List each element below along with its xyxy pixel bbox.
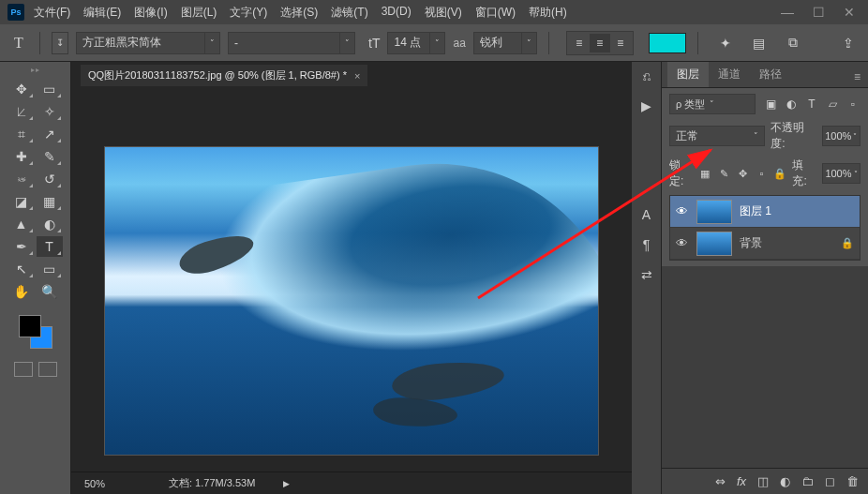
canvas-viewport[interactable] bbox=[71, 86, 632, 472]
toolbox-handle[interactable]: ▸▸ bbox=[20, 66, 52, 75]
menu-image[interactable]: 图像(I) bbox=[134, 5, 167, 21]
magic-wand-tool[interactable]: ✧ bbox=[37, 101, 63, 122]
eyedropper-tool[interactable]: ↗ bbox=[37, 124, 63, 144]
filter-smart-icon[interactable]: ▫ bbox=[846, 97, 861, 112]
filter-shape-icon[interactable]: ▱ bbox=[825, 97, 840, 112]
layer-group-button[interactable]: 🗀 bbox=[801, 474, 814, 488]
zoom-level[interactable]: 50% bbox=[84, 478, 141, 489]
menu-edit[interactable]: 编辑(E) bbox=[83, 5, 121, 21]
tab-layers[interactable]: 图层 bbox=[667, 62, 709, 87]
status-chevron-icon[interactable]: ▶ bbox=[283, 479, 290, 488]
layer-fx-button[interactable]: fx bbox=[737, 474, 746, 488]
lasso-tool[interactable]: ⟀ bbox=[8, 101, 35, 122]
layer-row[interactable]: 👁 图层 1 bbox=[670, 196, 860, 228]
align-left-button[interactable]: ≡ bbox=[569, 34, 590, 52]
adjustments-panel-icon[interactable]: ⇄ bbox=[637, 266, 656, 283]
panel-menu-button[interactable]: ≡ bbox=[846, 67, 868, 87]
dodge-tool[interactable]: ◐ bbox=[37, 214, 63, 234]
foreground-color-swatch[interactable] bbox=[19, 315, 41, 337]
tab-channels[interactable]: 通道 bbox=[709, 62, 750, 87]
delete-layer-button[interactable]: 🗑 bbox=[846, 474, 859, 488]
filter-adjust-icon[interactable]: ◐ bbox=[784, 97, 799, 112]
visibility-icon[interactable]: 👁 bbox=[676, 236, 689, 250]
canvas-image[interactable] bbox=[104, 146, 599, 456]
new-layer-button[interactable]: ◻ bbox=[825, 474, 835, 488]
font-family-dropdown[interactable]: ˅ bbox=[205, 32, 220, 54]
align-right-button[interactable]: ≡ bbox=[610, 34, 631, 52]
menu-file[interactable]: 文件(F) bbox=[34, 5, 70, 21]
link-layers-button[interactable]: ⇔ bbox=[715, 474, 726, 488]
layer-kind-filter[interactable]: ρ 类型˅ bbox=[669, 94, 756, 114]
visibility-icon[interactable]: 👁 bbox=[676, 204, 689, 218]
font-size-dropdown[interactable]: ˅ bbox=[430, 32, 445, 54]
pen-tool[interactable]: ✒ bbox=[8, 236, 35, 257]
font-family-select[interactable]: 方正粗黑宋简体 bbox=[76, 32, 205, 54]
brush-tool[interactable]: ✎ bbox=[37, 146, 63, 167]
filter-type-icon[interactable]: T bbox=[804, 97, 819, 112]
crop-tool[interactable]: ⌗ bbox=[8, 124, 35, 144]
close-button[interactable]: ✕ bbox=[844, 5, 855, 20]
blur-tool[interactable]: ▲ bbox=[8, 214, 35, 234]
minimize-button[interactable]: — bbox=[781, 5, 794, 20]
lock-position-icon[interactable]: ✥ bbox=[736, 167, 749, 180]
menu-layer[interactable]: 图层(L) bbox=[181, 5, 217, 21]
zoom-tool[interactable]: 🔍 bbox=[37, 281, 63, 302]
color-picker[interactable] bbox=[19, 315, 52, 349]
spot-heal-tool[interactable]: ✚ bbox=[8, 146, 35, 167]
menu-help[interactable]: 帮助(H) bbox=[529, 5, 567, 21]
type-tool[interactable]: T bbox=[37, 236, 63, 257]
tab-paths[interactable]: 路径 bbox=[750, 62, 791, 87]
rectangle-tool[interactable]: ▭ bbox=[37, 259, 63, 279]
layer-mask-button[interactable]: ◫ bbox=[757, 474, 769, 488]
text-color-swatch[interactable] bbox=[649, 33, 686, 53]
screen-mode-button[interactable] bbox=[38, 362, 57, 377]
history-panel-icon[interactable]: ⎌ bbox=[637, 67, 656, 84]
marquee-tool[interactable]: ▭ bbox=[37, 79, 63, 99]
warp-text-button[interactable]: ✦ bbox=[715, 33, 736, 53]
maximize-button[interactable]: ☐ bbox=[813, 5, 825, 20]
lock-artboard-icon[interactable]: ▫ bbox=[755, 167, 768, 180]
font-orientation-button[interactable]: ↧ bbox=[52, 32, 68, 54]
path-select-tool[interactable]: ↖ bbox=[8, 259, 35, 279]
gradient-tool[interactable]: ▦ bbox=[37, 191, 63, 212]
eraser-tool[interactable]: ◪ bbox=[8, 191, 35, 212]
font-style-select[interactable]: - bbox=[228, 32, 340, 54]
antialias-dropdown[interactable]: ˅ bbox=[522, 32, 537, 54]
blend-mode-select[interactable]: 正常˅ bbox=[669, 126, 765, 146]
move-tool[interactable]: ✥ bbox=[8, 79, 35, 99]
antialias-select[interactable]: 锐利 bbox=[473, 32, 522, 54]
filter-image-icon[interactable]: ▣ bbox=[763, 97, 778, 112]
character-panel-icon[interactable]: A bbox=[637, 206, 656, 223]
lock-pixels-icon[interactable]: ✎ bbox=[717, 167, 730, 180]
lock-transparency-icon[interactable]: ▦ bbox=[698, 167, 711, 180]
3d-text-button[interactable]: ⧉ bbox=[783, 33, 803, 53]
document-info[interactable]: 文档: 1.77M/3.53M bbox=[169, 476, 255, 490]
layer-thumbnail[interactable] bbox=[696, 200, 732, 224]
font-size-input[interactable]: 14 点 bbox=[387, 32, 430, 54]
close-icon[interactable]: × bbox=[354, 70, 360, 82]
menu-view[interactable]: 视图(V) bbox=[425, 5, 462, 21]
menu-filter[interactable]: 滤镜(T) bbox=[331, 5, 367, 21]
fill-input[interactable]: 100%˅ bbox=[822, 163, 861, 184]
current-tool-indicator[interactable]: T bbox=[9, 34, 28, 52]
clone-tool[interactable]: ⎃ bbox=[8, 169, 35, 189]
actions-panel-icon[interactable]: ▶ bbox=[637, 97, 656, 114]
menu-3d[interactable]: 3D(D) bbox=[382, 5, 412, 21]
history-brush-tool[interactable]: ↺ bbox=[37, 169, 63, 189]
lock-all-icon[interactable]: 🔒 bbox=[773, 167, 786, 180]
layer-row[interactable]: 👁 背景 🔒 bbox=[670, 228, 860, 260]
menu-window[interactable]: 窗口(W) bbox=[475, 5, 516, 21]
align-center-button[interactable]: ≡ bbox=[590, 34, 610, 52]
layer-name[interactable]: 背景 bbox=[740, 235, 762, 251]
font-style-dropdown[interactable]: ˅ bbox=[340, 32, 355, 54]
character-panel-button[interactable]: ▤ bbox=[749, 33, 770, 53]
layer-name[interactable]: 图层 1 bbox=[740, 203, 771, 219]
menu-type[interactable]: 文字(Y) bbox=[230, 5, 267, 21]
share-button[interactable]: ⇪ bbox=[838, 33, 859, 53]
layer-thumbnail[interactable] bbox=[696, 232, 732, 256]
menu-select[interactable]: 选择(S) bbox=[280, 5, 318, 21]
opacity-input[interactable]: 100%˅ bbox=[822, 126, 861, 146]
document-tab[interactable]: QQ图片20180311183752.jpg @ 50% (图层 1, RGB/… bbox=[81, 65, 367, 86]
hand-tool[interactable]: ✋ bbox=[8, 281, 35, 302]
adjustment-layer-button[interactable]: ◐ bbox=[780, 474, 790, 488]
